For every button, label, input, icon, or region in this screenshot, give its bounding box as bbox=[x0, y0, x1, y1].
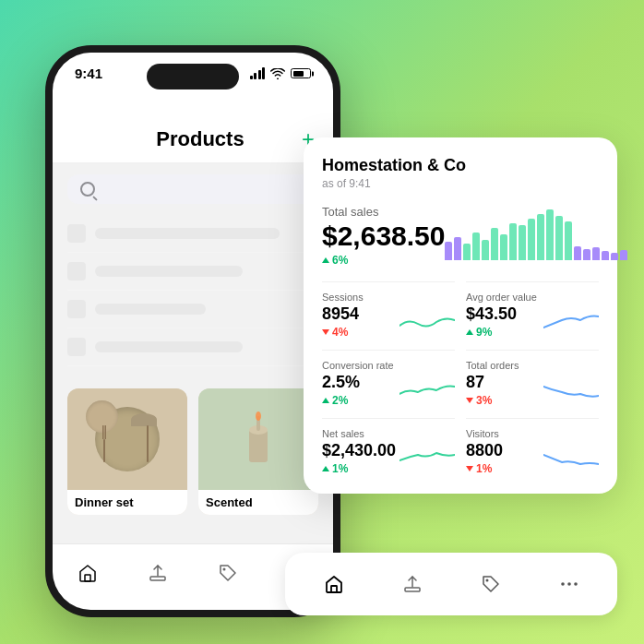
chart-bar bbox=[482, 240, 489, 260]
sparkline-chart bbox=[543, 311, 599, 333]
knife-icon bbox=[145, 421, 150, 467]
svg-point-18 bbox=[485, 579, 488, 582]
stat-cell-2: Conversion rate2.5%2% bbox=[322, 350, 455, 407]
svg-rect-0 bbox=[103, 439, 105, 462]
total-sales-change: 6% bbox=[322, 254, 445, 267]
page-title: Products bbox=[99, 127, 302, 151]
stat-label: Sessions bbox=[322, 292, 455, 303]
status-time: 9:41 bbox=[75, 66, 102, 81]
fork-icon bbox=[101, 421, 107, 467]
chart-bar bbox=[463, 244, 471, 260]
sparkline-chart bbox=[543, 447, 599, 470]
home-icon bbox=[78, 563, 98, 583]
chart-bar bbox=[574, 246, 581, 260]
stat-label: Visitors bbox=[466, 428, 599, 439]
stat-cell-5: Visitors88001% bbox=[466, 418, 599, 475]
list-item[interactable] bbox=[67, 328, 318, 366]
stats-grid: Sessions89544%Avg order value$43.509%Con… bbox=[322, 281, 599, 475]
stat-change: 4% bbox=[322, 326, 359, 339]
battery-icon bbox=[291, 68, 311, 78]
list-icon bbox=[67, 300, 86, 318]
stat-label: Total orders bbox=[466, 360, 599, 371]
stat-value: 8954 bbox=[322, 304, 359, 324]
chart-bar bbox=[592, 247, 600, 260]
btab-upload[interactable] bbox=[389, 566, 435, 602]
chart-bar bbox=[602, 251, 609, 260]
product-card-scented[interactable]: Scented bbox=[198, 388, 318, 515]
upload-icon bbox=[148, 563, 168, 583]
svg-rect-9 bbox=[150, 577, 165, 580]
stat-cell-1: Avg order value$43.509% bbox=[466, 281, 599, 339]
chart-bar bbox=[519, 225, 526, 260]
product-card-dinner[interactable]: Dinner set bbox=[67, 388, 187, 515]
list-icon bbox=[67, 224, 86, 243]
up-arrow-icon bbox=[322, 398, 329, 403]
tab-upload[interactable] bbox=[137, 555, 179, 590]
svg-rect-16 bbox=[405, 588, 420, 591]
sparkline-chart bbox=[400, 311, 455, 333]
total-sales-label: Total sales bbox=[322, 205, 445, 219]
list-item[interactable] bbox=[67, 215, 318, 253]
signal-icon bbox=[250, 67, 266, 79]
tab-tag[interactable] bbox=[207, 555, 249, 590]
app-header: Products + bbox=[53, 81, 333, 163]
list-item[interactable] bbox=[67, 253, 318, 291]
sparkline-chart bbox=[400, 379, 455, 401]
stat-label: Avg order value bbox=[466, 292, 599, 303]
list-icon bbox=[67, 338, 86, 356]
stat-row: 89544% bbox=[322, 304, 455, 339]
svg-point-21 bbox=[574, 582, 578, 586]
svg-rect-4 bbox=[249, 430, 268, 462]
sparkline-chart bbox=[400, 447, 455, 470]
chart-bar bbox=[528, 219, 535, 260]
svg-rect-8 bbox=[85, 575, 90, 581]
chart-bar bbox=[555, 216, 563, 260]
stat-cell-0: Sessions89544% bbox=[322, 281, 455, 339]
dynamic-island bbox=[147, 64, 239, 89]
stat-row: $2,430.001% bbox=[322, 441, 455, 475]
total-sales-section: Total sales $2,638.50 6% bbox=[322, 205, 599, 267]
btab-more[interactable] bbox=[546, 566, 592, 602]
chart-bar bbox=[491, 228, 498, 260]
chart-bar bbox=[509, 223, 517, 260]
product-image-dinner bbox=[67, 388, 187, 490]
product-grid: Dinner set Scented bbox=[53, 374, 333, 530]
up-arrow-icon bbox=[322, 466, 329, 471]
search-bar[interactable] bbox=[67, 174, 318, 204]
down-arrow-icon bbox=[322, 329, 329, 335]
svg-point-19 bbox=[561, 582, 565, 586]
sales-chart bbox=[445, 205, 627, 260]
total-sales-value: $2,638.50 bbox=[322, 222, 445, 250]
svg-rect-1 bbox=[102, 425, 104, 439]
floating-tab-bar bbox=[285, 553, 617, 615]
stat-cell-4: Net sales$2,430.001% bbox=[322, 418, 455, 475]
btab-tag-icon bbox=[481, 574, 501, 594]
tab-home[interactable] bbox=[66, 555, 109, 590]
chart-bar bbox=[546, 209, 554, 260]
chart-bar bbox=[472, 233, 480, 260]
stat-cell-3: Total orders873% bbox=[466, 350, 599, 407]
svg-rect-3 bbox=[147, 425, 149, 462]
list-item[interactable] bbox=[67, 291, 318, 328]
down-arrow-icon bbox=[466, 466, 473, 471]
product-name-dinner: Dinner set bbox=[67, 490, 187, 515]
btab-tag[interactable] bbox=[468, 566, 514, 602]
analytics-card: Homestation & Co as of 9:41 Total sales … bbox=[304, 137, 617, 494]
stat-value: 87 bbox=[466, 373, 492, 392]
stat-value: 2.5% bbox=[322, 373, 360, 392]
stat-change: 1% bbox=[466, 462, 503, 475]
up-arrow-icon bbox=[322, 257, 329, 263]
down-arrow-icon bbox=[466, 398, 473, 403]
stat-value: $43.50 bbox=[466, 304, 517, 324]
chart-bar bbox=[611, 253, 618, 260]
btab-home[interactable] bbox=[311, 566, 357, 602]
stat-row: $43.509% bbox=[466, 304, 599, 339]
stat-row: 873% bbox=[466, 373, 599, 407]
stat-value: 8800 bbox=[466, 441, 503, 460]
company-name: Homestation & Co bbox=[322, 156, 599, 175]
list-icon bbox=[67, 262, 86, 280]
stat-change: 3% bbox=[466, 394, 492, 407]
stat-row: 88001% bbox=[466, 441, 599, 475]
chart-bar bbox=[500, 234, 507, 260]
status-icons bbox=[250, 67, 312, 79]
